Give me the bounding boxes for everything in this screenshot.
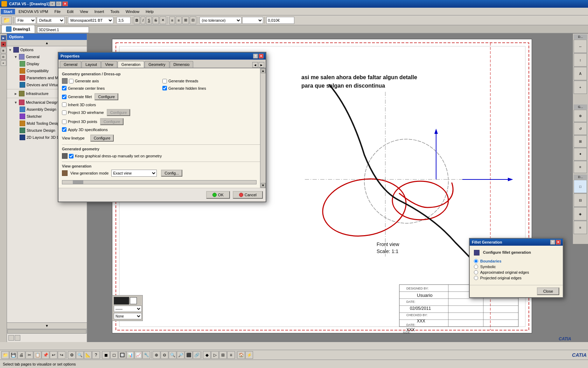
props-close-btn[interactable]: ✕ bbox=[259, 54, 264, 59]
bottom-btn-6[interactable]: 📌 bbox=[42, 351, 49, 359]
tab-generation[interactable]: Generation bbox=[118, 61, 144, 68]
cancel-button[interactable]: Cancel bbox=[233, 191, 263, 199]
options-scroll-up[interactable]: ▲ bbox=[7, 40, 87, 46]
align-btn[interactable]: ≡ bbox=[169, 16, 175, 24]
left-icon-5[interactable]: ≡ bbox=[1, 60, 6, 66]
sheet-name-input[interactable] bbox=[37, 27, 89, 33]
d2-btn2[interactable]: ⊟ bbox=[574, 193, 587, 207]
inherit-3d-cb[interactable] bbox=[62, 102, 66, 107]
toolbar-open-btn[interactable]: 📁 bbox=[1, 16, 12, 24]
options-scroll-down[interactable]: ▼ bbox=[7, 322, 87, 329]
g-btn3[interactable]: ⊞ bbox=[574, 135, 587, 148]
italic-btn[interactable]: I bbox=[141, 16, 145, 24]
bottom-btn-7[interactable]: ↩ bbox=[50, 351, 57, 359]
bottom-btn-1[interactable]: 📁 bbox=[1, 351, 9, 359]
d2-btn3[interactable]: ◈ bbox=[574, 207, 587, 220]
bottom-btn-5[interactable]: 📋 bbox=[34, 351, 41, 359]
tab-drawing1[interactable]: Drawing1 bbox=[1, 25, 35, 33]
menu-help[interactable]: Help bbox=[143, 9, 156, 14]
bottom-btn-26[interactable]: ▷ bbox=[211, 351, 219, 359]
align2-btn[interactable]: ≡ bbox=[176, 16, 181, 24]
superscript-btn[interactable]: ✕ bbox=[160, 16, 166, 24]
radio-projected-input[interactable] bbox=[474, 276, 478, 280]
bottom-btn-16[interactable]: 📊 bbox=[126, 351, 134, 359]
g-btn4[interactable]: ✦ bbox=[574, 148, 587, 160]
d-btn4[interactable]: + bbox=[574, 81, 587, 94]
bottom-btn-22[interactable]: 🔎 bbox=[177, 351, 184, 359]
bottom-btn-27[interactable]: ⊞ bbox=[219, 351, 227, 359]
left-icon-1[interactable]: ▶ bbox=[1, 35, 6, 41]
bottom-btn-12[interactable]: ? bbox=[92, 351, 100, 359]
bottom-btn-23[interactable]: ⬛ bbox=[185, 351, 192, 359]
bottom-btn-11[interactable]: 📐 bbox=[84, 351, 92, 359]
fg-color-swatch[interactable] bbox=[114, 297, 129, 305]
left-icon-3[interactable]: ⊞ bbox=[1, 48, 6, 53]
font-size-input[interactable] bbox=[117, 17, 131, 24]
bottom-btn-24[interactable]: 🔗 bbox=[193, 351, 201, 359]
tab-layout[interactable]: Layout bbox=[82, 61, 101, 68]
bottom-btn-29[interactable]: 🏠 bbox=[237, 351, 245, 359]
project-3d-pts-cb[interactable] bbox=[62, 120, 66, 124]
minimize-button[interactable]: − bbox=[50, 1, 55, 6]
scroll-down-btn[interactable]: ▼ bbox=[261, 183, 266, 188]
close-button[interactable]: ✕ bbox=[62, 1, 68, 6]
line-style-select[interactable]: —— - - - bbox=[114, 306, 142, 312]
maximize-button[interactable]: □ bbox=[56, 1, 62, 6]
tab-dimension[interactable]: Dimensio bbox=[170, 61, 194, 68]
props-tab-prev[interactable]: ◄ bbox=[252, 62, 258, 68]
bottom-btn-9[interactable]: ⚙ bbox=[68, 351, 76, 359]
bold-btn[interactable]: B bbox=[134, 16, 140, 24]
bottom-btn-13[interactable]: ◼ bbox=[102, 351, 110, 359]
scroll-up-btn[interactable]: ▲ bbox=[261, 68, 266, 73]
bottom-btn-30[interactable]: ⚡ bbox=[245, 351, 253, 359]
tab-general[interactable]: General bbox=[60, 61, 81, 68]
left-icon-4[interactable]: ⊟ bbox=[1, 54, 6, 60]
hidden-lines-cb[interactable] bbox=[162, 86, 167, 90]
tab-view[interactable]: View bbox=[101, 61, 117, 68]
bottom-btn-18[interactable]: 🔧 bbox=[142, 351, 150, 359]
bottom-btn-21[interactable]: 🔍 bbox=[169, 351, 176, 359]
align3-btn[interactable]: ⊞ bbox=[182, 16, 189, 24]
bottom-btn-17[interactable]: 📈 bbox=[134, 351, 142, 359]
radio-approx-input[interactable] bbox=[474, 270, 478, 274]
tab-geometry[interactable]: Geometry bbox=[145, 61, 169, 68]
ok-button[interactable]: OK bbox=[206, 191, 230, 199]
bottom-btn-25[interactable]: ◆ bbox=[203, 351, 211, 359]
bottom-btn-20[interactable]: ⊖ bbox=[161, 351, 168, 359]
value-input[interactable] bbox=[266, 17, 294, 24]
configure-fillet-btn[interactable]: Configure bbox=[94, 93, 118, 100]
menu-window[interactable]: Window bbox=[123, 9, 142, 14]
bottom-btn-10[interactable]: 🔍 bbox=[76, 351, 84, 359]
configure-pts-btn[interactable]: Configure bbox=[100, 118, 124, 125]
d-btn1[interactable]: ↔ bbox=[574, 40, 587, 53]
d-btn3[interactable]: A bbox=[574, 67, 587, 80]
g-btn5[interactable]: ≡ bbox=[574, 161, 587, 173]
g-btn1[interactable]: ⊕ bbox=[574, 110, 587, 122]
bottom-btn-2[interactable]: 💾 bbox=[9, 351, 17, 359]
d2-btn1[interactable]: □ bbox=[574, 180, 587, 193]
tolerance2-select[interactable] bbox=[242, 17, 263, 24]
fillet-help-btn[interactable]: ? bbox=[550, 240, 555, 245]
configure-vg-btn[interactable]: Config... bbox=[161, 170, 182, 177]
menu-edit[interactable]: Edit bbox=[64, 9, 76, 14]
left-icon-2[interactable]: ● bbox=[1, 41, 6, 47]
tolerance-select[interactable]: (no tolerance) bbox=[200, 17, 241, 24]
file-select[interactable]: File bbox=[15, 17, 36, 24]
d-btn2[interactable]: ↕ bbox=[574, 53, 587, 67]
font-select[interactable]: Monospace821 BT bbox=[68, 17, 113, 24]
bg-color-swatch[interactable] bbox=[130, 297, 137, 304]
configure-linetype-btn[interactable]: Configure bbox=[90, 135, 114, 142]
options-hscroll[interactable] bbox=[7, 329, 87, 334]
props-tab-next[interactable]: ► bbox=[259, 62, 264, 68]
bottom-btn-3[interactable]: 🖨 bbox=[18, 351, 25, 359]
bottom-btn-15[interactable]: 🔲 bbox=[118, 351, 126, 359]
menu-file[interactable]: File bbox=[51, 9, 63, 14]
strikethrough-btn[interactable]: S bbox=[153, 16, 159, 24]
d2-btn4[interactable]: ≡ bbox=[574, 221, 587, 234]
bottom-btn-8[interactable]: ↪ bbox=[58, 351, 65, 359]
project-3d-wire-cb[interactable] bbox=[62, 110, 66, 115]
generate-threads-cb[interactable] bbox=[162, 79, 167, 83]
radio-symbolic-input[interactable] bbox=[474, 265, 478, 269]
bottom-btn-4[interactable]: ✂ bbox=[26, 351, 33, 359]
apply-3d-specs-cb[interactable] bbox=[62, 127, 66, 132]
